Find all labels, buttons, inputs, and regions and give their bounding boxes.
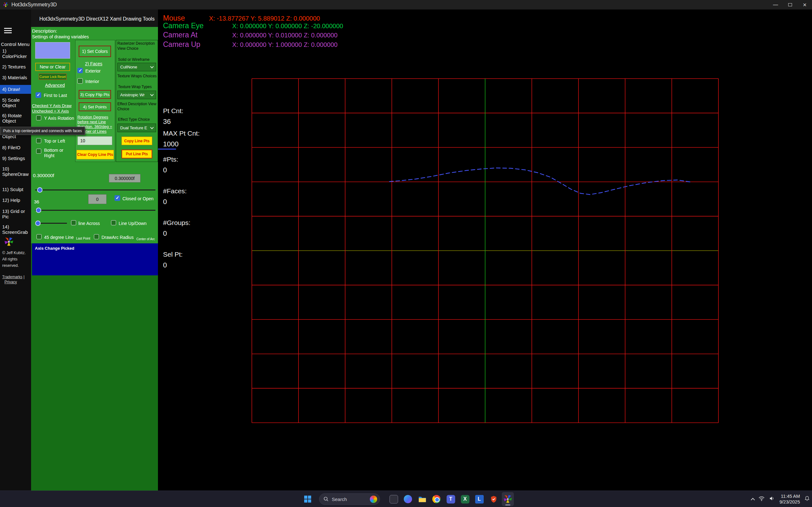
sidebar-item-colorpicker[interactable]: 1) ColorPicker (0, 48, 31, 59)
hidden-icons-button[interactable] (751, 497, 754, 501)
tooltip: Puts a top centerpoint and connects with… (0, 127, 85, 135)
slider2-value-box[interactable]: 0 (88, 194, 107, 204)
put-line-pts-button[interactable]: Put Line Pts (121, 150, 152, 158)
sidebar-item-scale-object[interactable]: 5) Scale Object (0, 97, 31, 108)
taskbar-clock[interactable]: 11:45 AM 9/23/2025 (779, 493, 800, 505)
texture-wrap-dropdown[interactable]: Anistropic Wr (117, 91, 156, 99)
taskbar-hot3dx-icon[interactable] (502, 492, 514, 506)
y-axis-rotation-checkbox[interactable] (36, 115, 41, 120)
sidebar-item-draw[interactable]: 4) Draw! (0, 87, 31, 92)
copyright-line: All rights (2, 257, 17, 262)
new-or-clear-button[interactable]: New or Clear (35, 63, 70, 71)
slider-thumb[interactable] (37, 187, 43, 193)
line-up-down-checkbox[interactable] (111, 220, 116, 225)
set-colors-button[interactable]: 1) Set Colors (79, 46, 111, 57)
sidebar-item-grid-or-pic[interactable]: 13) Grid or Pic (0, 209, 31, 219)
exterior-checkbox-checked[interactable] (78, 68, 83, 73)
taskbar-chrome-icon[interactable] (430, 492, 443, 506)
sidebar-item-settings[interactable]: 9) Settings (0, 156, 31, 161)
drawing-canvas[interactable] (158, 9, 812, 491)
color-swatch[interactable] (35, 42, 70, 59)
taskbar-copilot-icon[interactable] (402, 492, 414, 506)
clear-copy-line-pts-button[interactable]: Clear Copy Line Pts (77, 150, 114, 159)
stat-faces: #Faces: 0 (163, 187, 187, 206)
camera-at-value: X: 0.000000 Y: 0.010000 Z: 0.000000 (232, 32, 338, 39)
taskbar-file-explorer-icon[interactable] (416, 492, 428, 506)
chevron-down-icon (150, 65, 154, 68)
taskbar-security-icon[interactable] (488, 492, 500, 506)
slider2[interactable] (35, 208, 155, 213)
minimize-button[interactable]: — (768, 0, 783, 9)
axis-note-line2: Unchecked = X Axis (32, 109, 69, 113)
notification-bell-icon (804, 496, 810, 502)
taskbar-linqpad-icon[interactable]: L (473, 492, 485, 506)
notifications-button[interactable] (804, 496, 810, 503)
stat-value: 0 (163, 198, 187, 206)
effect-heading: Effect Description View Choice (117, 102, 158, 112)
advanced-link[interactable]: Advanced (45, 83, 65, 88)
set-points-button[interactable]: 4) Set Points (79, 102, 111, 111)
sidebar-item-materials[interactable]: 3) Materials (0, 75, 31, 80)
drawarc-radius-checkbox[interactable] (94, 234, 99, 239)
exterior-label: Exterior (85, 68, 101, 73)
taskbar: Search T X L (0, 491, 812, 507)
privacy-link[interactable]: Privacy (4, 280, 17, 284)
line-across-checkbox[interactable] (71, 220, 76, 225)
maximize-button[interactable] (783, 0, 798, 9)
first-to-last-checkbox[interactable] (36, 92, 41, 98)
top-or-left-checkbox[interactable] (36, 138, 41, 143)
hamburger-menu-icon[interactable] (4, 28, 12, 34)
closed-or-open-checkbox[interactable] (114, 195, 120, 201)
network-button[interactable] (758, 496, 765, 503)
copy-line-pts-button[interactable]: Copy Line Pts (121, 136, 152, 145)
sidebar-item-sculpt[interactable]: 11) Sculpt (0, 187, 31, 192)
stat-value: 0 (163, 261, 183, 269)
taskbar-excel-icon[interactable]: X (459, 492, 471, 506)
volume-button[interactable] (769, 496, 775, 503)
taskbar-teams-icon[interactable]: T (445, 492, 457, 506)
stat-value: 36 (163, 118, 183, 126)
maximize-icon (788, 3, 792, 6)
camera-eye-label: Camera Eye (163, 21, 232, 30)
rotation-degrees-input[interactable] (78, 136, 112, 145)
start-button[interactable] (301, 492, 315, 506)
selection-marker-line (158, 149, 176, 150)
camera-at-label: Camera At (163, 31, 232, 39)
slider3[interactable] (35, 221, 67, 226)
teams-icon: T (447, 495, 455, 504)
slider1-value-box[interactable]: 0.300000f (109, 174, 141, 182)
interior-checkbox[interactable] (78, 78, 83, 83)
trademarks-link[interactable]: Trademarks (2, 275, 22, 279)
camera-at-readout: Camera AtX: 0.000000 Y: 0.010000 Z: 0.00… (163, 31, 338, 39)
security-shield-icon (490, 495, 498, 503)
slider-thumb[interactable] (35, 221, 41, 226)
effect-type-dropdown[interactable]: Dual Texture E (117, 124, 156, 132)
sidebar-item-fileio[interactable]: 8) FileIO (0, 145, 31, 150)
line-across-label: line Across (78, 221, 100, 226)
sidebar-item-help[interactable]: 12) Help (0, 198, 31, 203)
close-button[interactable]: × (798, 0, 812, 9)
sidebar-item-textures[interactable]: 2) Textures (0, 64, 31, 69)
app-logo-icon (4, 237, 14, 246)
wifi-icon (758, 496, 765, 501)
slider1[interactable] (35, 187, 155, 193)
closed-or-open-label: Closed or Open (122, 196, 154, 201)
cull-mode-dropdown[interactable]: CullNone (117, 63, 156, 71)
slider-track[interactable] (35, 210, 155, 211)
camera-up-readout: Camera UpX: 0.000000 Y: 1.000000 Z: 0.00… (163, 40, 338, 49)
slider-track[interactable] (35, 189, 155, 190)
taskbar-terminal-icon[interactable] (388, 492, 400, 506)
slider-thumb[interactable] (36, 208, 41, 213)
deg45-line-checkbox[interactable] (37, 234, 42, 239)
settings-caption: Settings of drawing variables (32, 34, 89, 39)
sidebar-item-screengrab[interactable]: 14) ScreenGrab (0, 224, 31, 235)
sidebar-item-rotate-object[interactable]: 6) Rotate Object (0, 113, 31, 124)
cursor-lock-reset-button[interactable]: Cursor Lock Reset (39, 73, 67, 80)
excel-icon: X (461, 495, 469, 504)
sidebar-item-spheredraw[interactable]: 10) SphereDraw (0, 166, 31, 177)
mouse-value: X: -13.877267 Y: 5.889012 Z: 0.000000 (209, 15, 320, 22)
search-box[interactable]: Search (319, 493, 380, 505)
copy-flip-pts-button[interactable]: 3) Copy Flip Pts (79, 90, 111, 99)
clock-date: 9/23/2025 (779, 499, 800, 505)
bottom-or-right-checkbox[interactable] (36, 149, 41, 154)
